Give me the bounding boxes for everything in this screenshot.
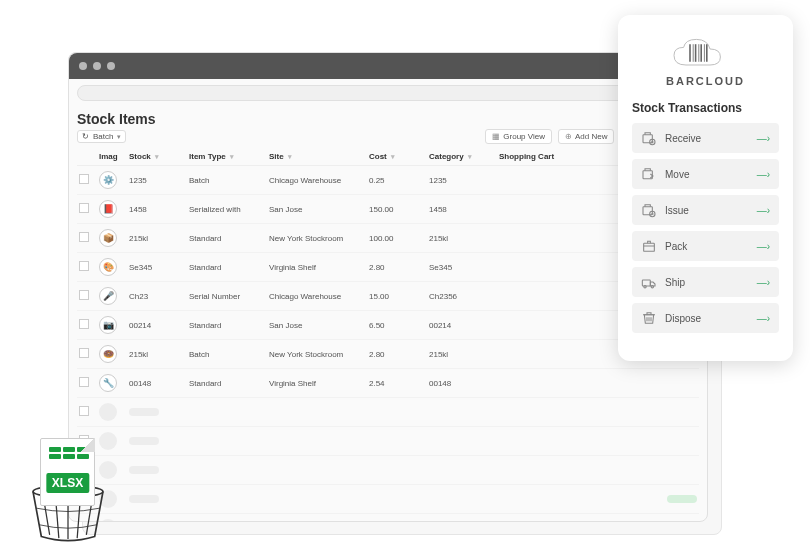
- cell-cost: 2.54: [367, 369, 427, 398]
- cell-cost: 15.00: [367, 282, 427, 311]
- filter-icon[interactable]: ▾: [288, 153, 292, 160]
- url-bar[interactable]: [77, 85, 699, 101]
- row-checkbox[interactable]: [79, 203, 89, 213]
- cell-site: New York Stockroom: [267, 224, 367, 253]
- window-control-dot[interactable]: [93, 62, 101, 70]
- cell-category: Se345: [427, 253, 497, 282]
- arrow-right-icon: —›: [757, 277, 770, 288]
- item-image: 📕: [99, 200, 117, 218]
- transaction-label: Pack: [665, 241, 687, 252]
- row-checkbox[interactable]: [79, 348, 89, 358]
- cell-stock: Se345: [127, 253, 187, 282]
- cell-cost: 2.80: [367, 340, 427, 369]
- transaction-dispose[interactable]: Dispose—›: [632, 303, 779, 333]
- filter-icon[interactable]: ▾: [391, 153, 395, 160]
- transaction-pack[interactable]: Pack—›: [632, 231, 779, 261]
- cell-site: Chicago Warehouse: [267, 282, 367, 311]
- cell-stock: 215kl: [127, 340, 187, 369]
- table-row[interactable]: 🍩215klBatchNew York Stockroom2.80215kl: [77, 340, 699, 369]
- table-row[interactable]: ⚙️1235BatchChicago Warehouse0.251235: [77, 166, 699, 195]
- cell-site: Chicago Warehouse: [267, 166, 367, 195]
- svg-rect-10: [643, 207, 652, 215]
- cloud-barcode-icon: [666, 33, 746, 73]
- filter-icon[interactable]: ▾: [468, 153, 472, 160]
- row-checkbox[interactable]: [79, 319, 89, 329]
- table-row[interactable]: 🎤Ch23Serial NumberChicago Warehouse15.00…: [77, 282, 699, 311]
- skeleton-row: [77, 485, 699, 514]
- cell-category: 00214: [427, 311, 497, 340]
- cell-item-type: Standard: [187, 253, 267, 282]
- col-site[interactable]: Site▾: [267, 148, 367, 166]
- svg-rect-13: [642, 280, 650, 286]
- cell-category: 215kl: [427, 224, 497, 253]
- transaction-label: Move: [665, 169, 689, 180]
- svg-rect-7: [643, 135, 652, 143]
- chevron-down-icon: ▾: [117, 133, 121, 141]
- xlsx-trash-icon: XLSX: [10, 438, 125, 544]
- item-image: ⚙️: [99, 171, 117, 189]
- page-title: Stock Items: [77, 111, 156, 127]
- row-checkbox[interactable]: [79, 406, 89, 416]
- group-view-button[interactable]: ▦Group View: [485, 129, 552, 144]
- filter-icon[interactable]: ▾: [155, 153, 159, 160]
- table-row[interactable]: 📕1458Serialized withSan Jose150.001458: [77, 195, 699, 224]
- cell-category: 00148: [427, 369, 497, 398]
- item-image: 🎨: [99, 258, 117, 276]
- table-row[interactable]: 📷00214StandardSan Jose6.5000214: [77, 311, 699, 340]
- row-checkbox[interactable]: [79, 290, 89, 300]
- col-cost[interactable]: Cost▾: [367, 148, 427, 166]
- transaction-receive[interactable]: Receive—›: [632, 123, 779, 153]
- col-item-type[interactable]: Item Type▾: [187, 148, 267, 166]
- skeleton-row: [77, 398, 699, 427]
- transactions-panel: BARCLOUD Stock Transactions Receive—›Mov…: [618, 15, 793, 361]
- brand-name: BARCLOUD: [632, 75, 779, 87]
- cell-cost: 2.80: [367, 253, 427, 282]
- cell-stock: 1235: [127, 166, 187, 195]
- col-category[interactable]: Category▾: [427, 148, 497, 166]
- col-stock[interactable]: Stock▾: [127, 148, 187, 166]
- row-checkbox[interactable]: [79, 261, 89, 271]
- cell-category: 215kl: [427, 340, 497, 369]
- barcloud-logo: BARCLOUD: [632, 33, 779, 87]
- svg-point-14: [644, 285, 646, 287]
- cell-item-type: Standard: [187, 311, 267, 340]
- table-row[interactable]: 🎨Se345StandardVirginia Shelf2.80Se345: [77, 253, 699, 282]
- item-image: 🔧: [99, 374, 117, 392]
- skeleton-row: [77, 514, 699, 522]
- cell-site: San Jose: [267, 195, 367, 224]
- cell-cost: 150.00: [367, 195, 427, 224]
- window-control-dot[interactable]: [107, 62, 115, 70]
- panel-title: Stock Transactions: [632, 101, 779, 115]
- transaction-ship[interactable]: Ship—›: [632, 267, 779, 297]
- add-new-button[interactable]: ⊕Add New: [558, 129, 614, 144]
- row-checkbox[interactable]: [79, 174, 89, 184]
- arrow-right-icon: —›: [757, 313, 770, 324]
- batch-select[interactable]: ↻ Batch ▾: [77, 130, 126, 143]
- transaction-label: Dispose: [665, 313, 701, 324]
- col-image[interactable]: Imag: [97, 148, 127, 166]
- transaction-issue[interactable]: Issue—›: [632, 195, 779, 225]
- arrow-right-icon: —›: [757, 169, 770, 180]
- cell-cost: 100.00: [367, 224, 427, 253]
- table-row[interactable]: 🔧00148StandardVirginia Shelf2.5400148: [77, 369, 699, 398]
- cell-item-type: Serial Number: [187, 282, 267, 311]
- row-checkbox[interactable]: [79, 232, 89, 242]
- transaction-move[interactable]: Move—›: [632, 159, 779, 189]
- arrow-right-icon: —›: [757, 205, 770, 216]
- cell-cost: 0.25: [367, 166, 427, 195]
- window-control-dot[interactable]: [79, 62, 87, 70]
- cell-item-type: Batch: [187, 166, 267, 195]
- cell-item-type: Batch: [187, 340, 267, 369]
- skeleton-row: [77, 456, 699, 485]
- cell-cost: 6.50: [367, 311, 427, 340]
- cell-stock: 1458: [127, 195, 187, 224]
- cell-site: Virginia Shelf: [267, 369, 367, 398]
- svg-rect-12: [644, 243, 655, 251]
- grid-icon: ▦: [492, 132, 500, 141]
- main-window: Stock Items Export to ↻ Batch ▾ ▦Group V…: [68, 52, 708, 522]
- row-checkbox[interactable]: [79, 377, 89, 387]
- filter-icon[interactable]: ▾: [230, 153, 234, 160]
- table-row[interactable]: 📦215klStandardNew York Stockroom100.0021…: [77, 224, 699, 253]
- plus-icon: ⊕: [565, 132, 572, 141]
- cell-item-type: Standard: [187, 369, 267, 398]
